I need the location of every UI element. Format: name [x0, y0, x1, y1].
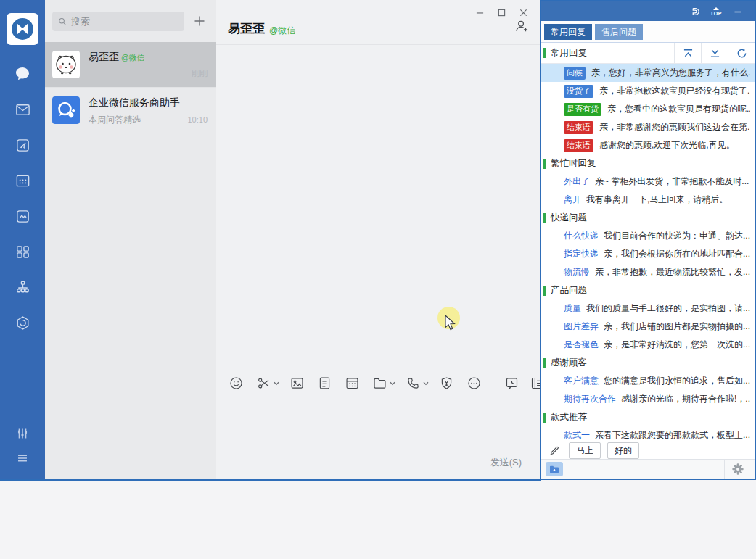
quick-reply-section[interactable]: 感谢顾客 [541, 354, 755, 372]
quick-reply-item[interactable]: 期待再次合作 感谢亲的光临，期待再合作啦!，... [541, 390, 755, 408]
quick-phrase-button[interactable]: 马上 [569, 442, 601, 459]
reply-keyword[interactable]: 客户满意 [564, 375, 599, 387]
phone-icon-wrap [406, 376, 421, 391]
quick-reply-section[interactable]: 繁忙时回复 [541, 154, 755, 173]
quick-reply-item[interactable]: 结束语 感谢您的惠顾,欢迎下次光临,再见。 [541, 136, 755, 154]
reply-tag[interactable]: 结束语 [564, 121, 593, 134]
tab-aftersales[interactable]: 售后问题 [595, 24, 643, 40]
reply-tag[interactable]: 结束语 [564, 139, 593, 152]
reply-keyword[interactable]: 图片差异 [564, 320, 599, 333]
quick-reply-item[interactable]: 物流慢 亲，非常抱歉，最近物流比较繁忙，发... [541, 263, 755, 281]
window-controls [469, 4, 534, 20]
quick-reply-item[interactable]: 客户满意 您的满意是我们永恒的追求，售后如... [541, 372, 755, 390]
screenshot-icon-wrap [256, 376, 271, 391]
wechat-origin-badge: @微信 [269, 25, 295, 37]
chat-list-item-wecom-assistant[interactable]: 企业微信服务商助手 本周问答精选 10:10 [45, 87, 216, 132]
call-button[interactable] [406, 376, 429, 391]
mouse-cursor [444, 315, 458, 335]
quick-reply-item[interactable]: 是否褪色 亲，是非常好清洗的，您第一次洗的... [541, 336, 755, 354]
reply-keyword[interactable]: 质量 [564, 302, 581, 315]
reply-keyword[interactable]: 款式一 [564, 429, 590, 442]
screenshot-button[interactable] [256, 376, 279, 391]
edit-phrases-button[interactable] [546, 444, 564, 458]
emoji-button[interactable] [229, 376, 244, 391]
section-marker [543, 213, 546, 223]
reply-tag[interactable]: 没货了 [564, 85, 593, 98]
schedule-button[interactable] [345, 376, 360, 391]
reply-tag[interactable]: 是否有货 [564, 103, 601, 116]
send-image-button[interactable] [289, 376, 305, 391]
expand-all-button[interactable] [701, 43, 728, 63]
chat-history-button[interactable] [504, 376, 519, 391]
quick-phrase-bar: 马上 好的 [541, 442, 755, 459]
reply-keyword[interactable]: 什么快递 [564, 230, 599, 242]
quick-reply-item[interactable]: 款式一 亲看下这款跟您要的那款款式，板型上... [541, 426, 755, 442]
reply-keyword[interactable]: 指定快递 [564, 248, 599, 260]
settings-button[interactable] [724, 460, 750, 479]
quick-reply-section[interactable]: 快递问题 [541, 209, 755, 227]
sidebar-item-docs[interactable] [14, 207, 31, 225]
send-file-button[interactable] [317, 376, 332, 391]
chevron-down-icon[interactable] [274, 381, 279, 386]
maximize-button[interactable] [490, 4, 512, 20]
reply-keyword[interactable]: 物流慢 [564, 266, 590, 278]
dock-magnet-button[interactable] [683, 4, 705, 20]
reply-keyword[interactable]: 期待再次合作 [564, 393, 616, 405]
search-box[interactable] [52, 12, 184, 31]
message-area[interactable] [216, 46, 541, 370]
sidebar-item-menu[interactable] [14, 450, 31, 467]
reply-keyword[interactable]: 是否褪色 [564, 339, 599, 351]
chat-list-item-yiwaiwai[interactable]: 易歪歪 @微信 刚刚 [45, 42, 216, 87]
chat-pane: 易歪歪 @微信 [216, 0, 541, 479]
reply-tag[interactable]: 问候 [564, 67, 586, 80]
sidebar-item-workbench[interactable] [14, 136, 31, 154]
refresh-button[interactable] [728, 43, 755, 63]
quick-reply-section[interactable]: 产品问题 [541, 281, 755, 299]
sidebar-item-filters[interactable] [14, 425, 31, 442]
pin-top-button[interactable]: TOP [705, 4, 727, 20]
phrase-folder-button[interactable] [546, 462, 563, 476]
quick-reply-item[interactable]: 图片差异 亲，我们店铺的图片都是实物拍摄的... [541, 318, 755, 336]
quick-reply-section[interactable]: 款式推荐 [541, 408, 755, 426]
quick-reply-item[interactable]: 外出了 亲~ 掌柜外出发货，非常抱歉不能及时... [541, 173, 755, 191]
refresh-icon [736, 48, 747, 59]
quick-reply-item[interactable]: 质量 我们的质量与手工很好的，是实拍图，请... [541, 299, 755, 318]
add-member-button[interactable] [514, 18, 530, 37]
section-marker [543, 159, 546, 169]
sidebar-item-chats[interactable] [14, 65, 31, 83]
collapse-all-button[interactable] [674, 43, 701, 63]
payment-button[interactable] [439, 376, 454, 391]
section-marker [543, 413, 546, 423]
send-button[interactable]: 发送(S) [490, 456, 522, 469]
quick-reply-item[interactable]: 问候 亲，您好，非常高兴为您服务了，有什么... [541, 64, 755, 82]
search-input[interactable] [71, 16, 178, 27]
chat-title: 易歪歪 [228, 20, 265, 37]
chevron-down-icon[interactable] [390, 381, 395, 386]
quick-reply-item[interactable]: 什么快递 我们目前合作的快递为：申通、韵达... [541, 227, 755, 245]
quick-reply-item[interactable]: 指定快递 亲，我们会根据你所在的地址匹配合... [541, 245, 755, 263]
minus-icon [734, 7, 742, 16]
quick-reply-item[interactable]: 离开 我有事离开一下,马上回来，请稍后。 [541, 191, 755, 209]
quick-phrase-button[interactable]: 好的 [607, 442, 639, 459]
sidebar-item-mail[interactable] [14, 101, 31, 118]
chevron-down-icon[interactable] [423, 381, 429, 386]
reply-keyword[interactable]: 外出了 [564, 175, 590, 188]
sidebar-item-org[interactable] [14, 278, 31, 296]
tab-common-replies[interactable]: 常用回复 [544, 24, 592, 40]
more-tools-button[interactable] [467, 376, 482, 391]
collapse-top-icon [683, 49, 694, 58]
sidebar-item-toolbox[interactable] [14, 314, 31, 331]
section-marker [543, 358, 546, 368]
sidebar-item-calendar[interactable] [14, 172, 31, 189]
app-logo[interactable] [7, 13, 38, 45]
close-button[interactable] [512, 4, 534, 20]
new-chat-button[interactable] [190, 12, 209, 30]
minimize-button[interactable] [469, 4, 490, 20]
reply-keyword[interactable]: 离开 [564, 194, 581, 206]
quick-reply-item[interactable]: 结束语 亲，非常感谢您的惠顾我们这边会在第... [541, 118, 755, 136]
panel-minimize-button[interactable] [727, 4, 749, 20]
quick-reply-item[interactable]: 没货了 亲，非常抱歉这款宝贝已经没有现货了... [541, 82, 755, 100]
sidebar-item-apps[interactable] [14, 243, 31, 260]
quick-reply-item[interactable]: 是否有货 亲，您看中的这款宝贝是有现货的呢... [541, 100, 755, 118]
shared-folder-button[interactable] [372, 376, 395, 391]
